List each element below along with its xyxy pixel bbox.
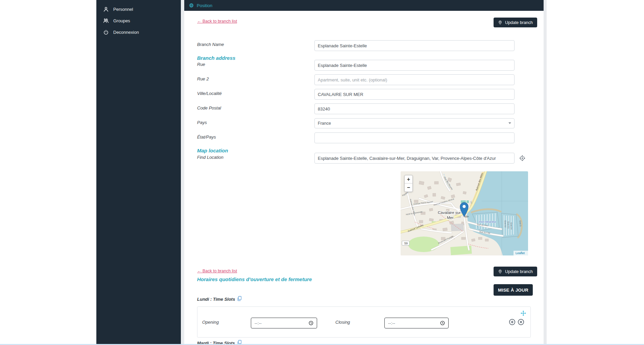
branch-name-label: Branch Name (197, 42, 224, 47)
pays-selected-value: France (318, 121, 331, 126)
scrollbar-track[interactable] (544, 0, 547, 345)
etat-pays-label: État/Pays (197, 134, 216, 140)
update-branch-label: Update branch (505, 269, 533, 274)
street-label: Quai 04 (510, 222, 512, 230)
find-location-input[interactable] (314, 153, 515, 164)
pays-label: Pays (197, 120, 207, 125)
copy-icon[interactable] (237, 296, 242, 302)
timeslot-card: Opening --:-- Closing --:-- (197, 306, 531, 338)
caret-down-icon (508, 122, 511, 124)
code-postal-label: Code Postal (197, 105, 221, 110)
monday-timeslots-label: Lundi : Time Slots (197, 296, 242, 302)
globe-icon (189, 3, 194, 8)
power-icon (103, 29, 109, 35)
map-port-label: Port Heraclea (479, 220, 496, 223)
opening-label: Opening (202, 320, 219, 325)
mise-a-jour-button[interactable]: MISE À JOUR (494, 284, 533, 296)
monday-label-text: Lundi : Time Slots (197, 297, 235, 302)
rue-label: Rue (197, 62, 205, 67)
closing-label: Closing (335, 320, 350, 325)
remove-slot-icon[interactable] (518, 319, 524, 325)
pays-select[interactable]: France (314, 118, 515, 128)
rue2-input[interactable] (314, 74, 515, 85)
groups-icon (103, 18, 109, 24)
clock-icon (440, 321, 445, 325)
opening-time-input[interactable]: --:-- (251, 318, 317, 328)
add-slot-icon[interactable] (509, 319, 516, 325)
branch-edit-panel: Position ← Back to branch list Update br… (184, 0, 544, 345)
pin-icon (498, 20, 502, 25)
map-attribution-link[interactable]: Leaflet (516, 251, 525, 255)
street-label: Quai D (519, 220, 522, 227)
hours-heading: Horaires quotidiens d'ouverture et de fe… (197, 276, 312, 282)
branch-address-heading: Branch address (197, 55, 235, 61)
map-road-badge: 59 (404, 242, 408, 245)
etat-pays-input[interactable] (314, 132, 515, 143)
sidebar-item-deconnexion[interactable]: Deconnexion (96, 26, 181, 38)
zoom-in-button[interactable]: + (405, 175, 412, 183)
map-location-heading: Map location (197, 148, 228, 153)
ville-input[interactable] (314, 89, 515, 100)
update-branch-button-2[interactable]: Update branch (494, 267, 537, 276)
update-branch-button[interactable]: Update branch (494, 18, 537, 27)
sidebar-item-label: Personnel (113, 7, 133, 12)
opening-time-value: --:-- (255, 321, 262, 326)
move-icon[interactable] (520, 310, 526, 316)
branch-name-input[interactable] (314, 40, 515, 51)
map-canvas: Avenue des Alliés Avenue Frédéric Mistra… (401, 171, 528, 255)
sidebar-item-label: Deconnexion (113, 30, 139, 35)
rue2-label: Rue 2 (197, 76, 209, 81)
clock-icon (309, 321, 313, 325)
street-label: Quai 03 (507, 221, 509, 229)
leaflet-map[interactable]: Avenue des Alliés Avenue Frédéric Mistra… (401, 171, 528, 255)
sidebar-item-personnel[interactable]: Personnel (96, 3, 181, 15)
person-icon (103, 6, 109, 12)
closing-time-input[interactable]: --:-- (384, 318, 449, 328)
back-to-branch-list-link[interactable]: ← Back to branch list (197, 19, 237, 24)
update-branch-label: Update branch (505, 20, 533, 25)
tab-position-label: Position (197, 3, 212, 8)
code-postal-input[interactable] (314, 103, 515, 114)
map-place-label: Cavalaire sur- (438, 211, 462, 215)
closing-time-value: --:-- (388, 321, 395, 326)
sidebar-item-label: Groupes (113, 18, 130, 23)
pin-icon (498, 269, 502, 274)
page: Personnel Groupes Deconnexion Position ←… (0, 0, 644, 345)
crosshair-icon[interactable] (519, 155, 526, 162)
tab-position[interactable]: Position (189, 3, 212, 8)
sidebar-content-divider (181, 0, 184, 345)
ville-label: Ville/Localité (197, 91, 222, 96)
panel-header: Position (184, 0, 544, 11)
sidebar-item-groupes[interactable]: Groupes (96, 15, 181, 26)
map-place-label: Mer (447, 216, 454, 220)
street-label: Quai 02 (504, 220, 506, 228)
find-location-label: Find Location (197, 155, 223, 160)
back-to-branch-list-link-2[interactable]: ← Back to branch list (197, 269, 237, 273)
rue-input[interactable] (314, 60, 515, 71)
zoom-out-button[interactable]: − (405, 183, 412, 192)
map-zoom-control: + − (404, 175, 413, 192)
sidebar: Personnel Groupes Deconnexion (96, 0, 181, 345)
